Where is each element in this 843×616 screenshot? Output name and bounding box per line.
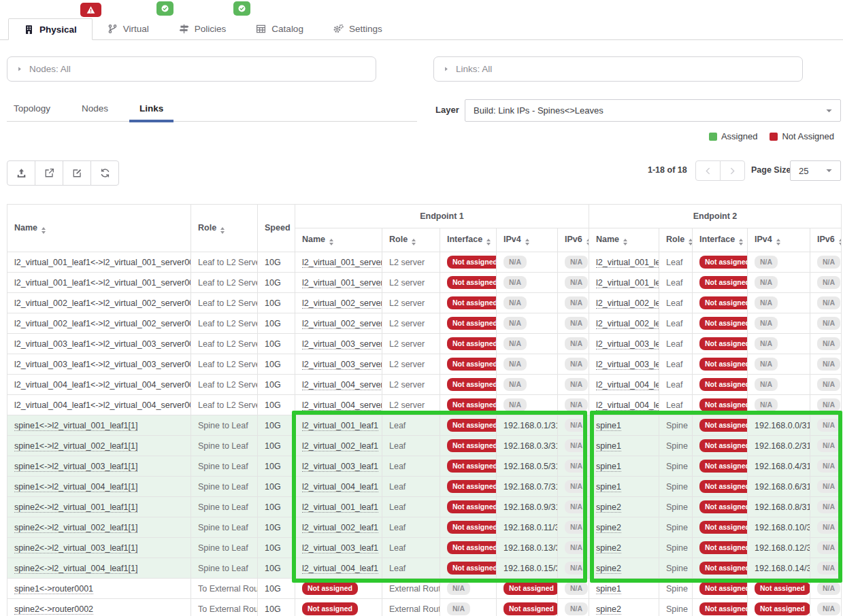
name-link[interactable]: spine1<->l2_virtual_003_leaf1[1]: [14, 462, 137, 472]
ep2-name-link[interactable]: l2_virtual_003_leaf1: [596, 360, 659, 370]
na-badge: N/A: [447, 582, 470, 596]
column-header-label: Name: [14, 223, 37, 233]
ep1-name-link[interactable]: l2_virtual_001_server001: [302, 258, 382, 268]
name-link[interactable]: spine2<->router0002: [14, 604, 93, 615]
previous-page-button[interactable]: [695, 160, 721, 181]
ep1-name-link[interactable]: l2_virtual_004_server001: [302, 380, 382, 390]
ep1-name-link[interactable]: l2_virtual_003_server001: [302, 339, 382, 349]
links-filter[interactable]: Links: All: [433, 56, 803, 82]
cell-name: spine1<->l2_virtual_004_leaf1[1]: [7, 477, 191, 497]
export-button[interactable]: [35, 160, 63, 186]
cell-ep2-name: spine1: [589, 477, 659, 497]
ep1-name-link[interactable]: l2_virtual_003_server002: [302, 360, 382, 370]
ep2-name-link[interactable]: l2_virtual_001_leaf1: [596, 258, 659, 268]
tab-settings[interactable]: Settings: [318, 18, 397, 39]
ep2-name-link[interactable]: spine1: [596, 584, 621, 594]
view-tab-links[interactable]: Links: [139, 99, 163, 122]
ep2-name-link[interactable]: l2_virtual_002_leaf1: [596, 298, 659, 309]
name-link[interactable]: spine1<->l2_virtual_004_leaf1[1]: [14, 482, 137, 492]
column-header-ep1-interface[interactable]: Interface: [440, 228, 497, 252]
ep2-name-link[interactable]: spine2: [596, 604, 621, 615]
ep1-name-link[interactable]: l2_virtual_001_server002: [302, 278, 382, 288]
ep2-name-link[interactable]: spine2: [596, 502, 621, 513]
pager: [695, 160, 745, 181]
cell-role: Leaf to L2 Server: [191, 313, 258, 334]
cell-ep2-ipv4: N/A: [748, 273, 810, 293]
name-link[interactable]: spine2<->l2_virtual_004_leaf1[1]: [14, 564, 137, 574]
edit-button[interactable]: [63, 160, 91, 186]
ep2-name-link[interactable]: spine2: [596, 523, 621, 533]
column-header-name[interactable]: Name: [7, 205, 191, 252]
ep1-name-link[interactable]: l2_virtual_004_leaf1: [302, 564, 378, 574]
ep1-role-text: L2 server: [389, 319, 425, 328]
column-header-label: IPv6: [817, 235, 835, 244]
ep2-name-link[interactable]: l2_virtual_001_leaf1: [596, 278, 659, 288]
ep1-name-link[interactable]: l2_virtual_002_leaf1: [302, 441, 378, 451]
ep2-name-link[interactable]: l2_virtual_002_leaf1: [596, 319, 659, 329]
link-row: spine1<->l2_virtual_003_leaf1[1]Spine to…: [7, 456, 842, 477]
ep2-name-link[interactable]: l2_virtual_003_leaf1: [596, 339, 659, 349]
na-badge: N/A: [565, 256, 588, 269]
cell-ep2-ipv4: 192.168.0.6/31: [748, 477, 810, 497]
name-link[interactable]: spine1<->router0001: [14, 584, 93, 594]
ep1-name-link[interactable]: l2_virtual_002_server002: [302, 319, 382, 329]
layer-select[interactable]: Build: Link IPs - Spines<>Leaves: [465, 99, 841, 122]
column-header-ep2-interface[interactable]: Interface: [693, 228, 748, 252]
column-header-ep1-name[interactable]: Name: [295, 228, 382, 252]
view-tab-topology[interactable]: Topology: [14, 99, 50, 122]
ep2-name-link[interactable]: l2_virtual_004_leaf1: [596, 380, 659, 390]
column-header-ep2-ipv4[interactable]: IPv4: [748, 228, 810, 252]
column-header-ep1-role[interactable]: Role: [382, 228, 440, 252]
upload-button[interactable]: [7, 160, 35, 186]
name-link[interactable]: spine2<->l2_virtual_003_leaf1[1]: [14, 543, 137, 553]
tab-physical[interactable]: Physical: [8, 18, 93, 40]
ep1-name-link[interactable]: l2_virtual_004_leaf1: [302, 482, 378, 492]
ep1-name-link[interactable]: l2_virtual_003_leaf1: [302, 462, 378, 472]
ep2-name-link[interactable]: l2_virtual_004_leaf1: [596, 400, 659, 411]
refresh-button[interactable]: [90, 160, 119, 186]
column-header-ep2-ipv6[interactable]: IPv6: [810, 228, 842, 252]
not-assigned-badge: Not assigned: [699, 602, 748, 616]
cell-ep1-role: Leaf: [382, 517, 440, 538]
not-assigned-badge: Not assigned: [699, 337, 748, 351]
ep2-name-link[interactable]: spine1: [596, 462, 621, 472]
column-header-speed[interactable]: Speed: [258, 205, 295, 252]
cell-ep2-ipv6: N/A: [810, 313, 842, 334]
name-link[interactable]: spine2<->l2_virtual_001_leaf1[1]: [14, 502, 137, 513]
cell-ep1-role: Leaf: [382, 538, 440, 558]
nodes-filter[interactable]: Nodes: All: [7, 56, 376, 82]
ep2-name-link[interactable]: spine2: [596, 543, 621, 553]
ep1-name-link[interactable]: l2_virtual_001_leaf1: [302, 421, 378, 431]
tab-catalog[interactable]: Catalog: [241, 18, 318, 39]
column-header-ep1-ipv4[interactable]: IPv4: [497, 228, 558, 252]
cell-ep1-ipv4: 192.168.0.1/31: [497, 415, 558, 436]
column-header-role[interactable]: Role: [191, 205, 258, 252]
next-page-button[interactable]: [720, 160, 745, 181]
ep2-name-link[interactable]: spine2: [596, 564, 621, 574]
page-size-select[interactable]: 25: [790, 160, 841, 181]
name-link[interactable]: spine1<->l2_virtual_001_leaf1[1]: [14, 421, 137, 431]
ep1-name-link[interactable]: l2_virtual_001_leaf1: [302, 502, 378, 513]
cell-role: Spine to Leaf: [191, 558, 258, 579]
ep2-name-link[interactable]: spine1: [596, 441, 621, 451]
ep2-name-link[interactable]: spine1: [596, 421, 621, 431]
cell-ep1-interface: Not assigned: [440, 334, 497, 354]
ep2-name-link[interactable]: spine1: [596, 482, 621, 492]
view-tab-nodes[interactable]: Nodes: [82, 99, 108, 122]
name-link[interactable]: spine1<->l2_virtual_002_leaf1[1]: [14, 441, 137, 451]
tab-policies[interactable]: Policies: [164, 18, 242, 39]
na-badge: N/A: [817, 602, 840, 616]
column-header-ep2-name[interactable]: Name: [589, 228, 659, 252]
ep1-name-link[interactable]: l2_virtual_004_server002: [302, 400, 382, 411]
not-assigned-badge: Not assigned: [447, 439, 497, 453]
name-link[interactable]: spine2<->l2_virtual_002_leaf1[1]: [14, 523, 137, 533]
cell-ep2-role: Spine: [659, 558, 693, 579]
tab-virtual[interactable]: Virtual: [93, 18, 164, 39]
ep1-name-link[interactable]: l2_virtual_002_leaf1: [302, 523, 378, 533]
column-header-ep1-ipv6[interactable]: IPv6: [558, 228, 589, 252]
column-header-ep2-role[interactable]: Role: [659, 228, 693, 252]
pagination-range: 1-18 of 18: [648, 165, 687, 175]
ep1-name-link[interactable]: l2_virtual_002_server001: [302, 298, 382, 309]
speed-text: 10G: [265, 380, 281, 390]
ep1-name-link[interactable]: l2_virtual_003_leaf1: [302, 543, 378, 553]
